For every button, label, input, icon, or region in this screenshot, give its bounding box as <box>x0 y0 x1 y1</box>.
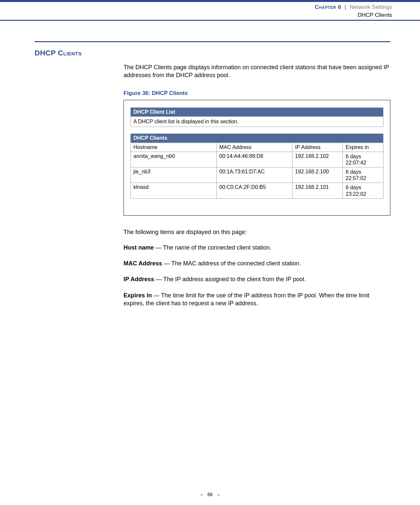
panel-dhcp-client-list-desc: A DHCP client list is displayed in this … <box>130 117 383 127</box>
definition-desc: — The time limit for the use of the IP a… <box>124 292 369 307</box>
footer-dash-left: – <box>197 492 206 497</box>
definition-term: Expires in <box>124 292 152 299</box>
cell-ip: 192.168.2.100 <box>292 167 343 183</box>
col-hostname: Hostname <box>131 143 217 152</box>
definition-item: IP Address — The IP address assigned to … <box>124 275 390 283</box>
content-rule <box>35 41 390 42</box>
followup-text: The following items are displayed on thi… <box>124 229 390 236</box>
definitions-list: Host name — The name of the connected cl… <box>124 244 390 307</box>
panel-dhcp-clients-title: DHCP Clients <box>130 134 383 143</box>
col-mac: MAC Address <box>216 143 292 152</box>
header-subtitle: DHCP Clients <box>315 11 392 19</box>
main-content: The DHCP Clients page displays informati… <box>124 63 390 307</box>
page-number: 68 <box>208 492 213 497</box>
definition-term: MAC Address <box>124 260 162 267</box>
definition-item: Host name — The name of the connected cl… <box>124 244 390 252</box>
footer-dash-right: – <box>214 492 223 497</box>
cell-expires: 6 days 22:07:42 <box>343 152 383 167</box>
chapter-label: Chapter 6 <box>315 4 341 10</box>
definition-desc: — The MAC address of the connected clien… <box>162 260 301 267</box>
table-row: annita_wang_nb0 00:14:A4:46:88:D8 192.16… <box>131 152 383 167</box>
cell-expires: 6 days 23:22:02 <box>343 183 383 198</box>
definition-term: IP Address <box>124 276 154 282</box>
panel-dhcp-client-list-title: DHCP Client List <box>130 107 383 117</box>
cell-hostname: jie_nb3 <box>131 167 217 183</box>
table-row: jie_nb3 00:1A:73:61:D7:AC 192.168.2.100 … <box>131 167 383 183</box>
table-header-row: Hostname MAC Address IP Address Expires … <box>131 143 383 152</box>
table-row: klnasd 00:C0:CA:2F:D0:B5 192.168.2.101 6… <box>131 183 383 198</box>
header-rule <box>0 20 420 21</box>
top-bar <box>0 0 420 2</box>
definition-item: Expires in — The time limit for the use … <box>124 291 390 308</box>
dhcp-clients-table: Hostname MAC Address IP Address Expires … <box>130 143 383 199</box>
definition-term: Host name <box>124 244 154 251</box>
page-footer: – 68 – <box>0 492 420 497</box>
section-heading: DHCP Clients <box>35 49 82 57</box>
cell-ip: 192.168.2.101 <box>292 183 343 198</box>
cell-expires: 6 days 22:57:02 <box>343 167 383 183</box>
cell-mac: 00:14:A4:46:88:D8 <box>216 152 292 167</box>
cell-hostname: klnasd <box>131 183 217 198</box>
intro-paragraph: The DHCP Clients page displays informati… <box>124 63 390 79</box>
figure-caption: Figure 36: DHCP Clients <box>124 90 390 97</box>
definition-item: MAC Address — The MAC address of the con… <box>124 259 390 267</box>
page-header: Chapter 6 | Network Settings DHCP Client… <box>315 3 392 19</box>
cell-mac: 00:1A:73:61:D7:AC <box>216 167 292 183</box>
definition-desc: — The name of the connected client stati… <box>154 244 271 251</box>
cell-mac: 00:C0:CA:2F:D0:B5 <box>216 183 292 198</box>
col-expires: Expires in <box>343 143 383 152</box>
figure-screenshot: DHCP Client List A DHCP client list is d… <box>124 100 390 216</box>
header-title: Network Settings <box>350 4 392 10</box>
cell-ip: 192.168.2.102 <box>292 152 343 167</box>
header-separator: | <box>343 4 348 10</box>
cell-hostname: annita_wang_nb0 <box>131 152 217 167</box>
definition-desc: — The IP address assigned to the client … <box>154 276 306 282</box>
col-ip: IP Address <box>292 143 343 152</box>
